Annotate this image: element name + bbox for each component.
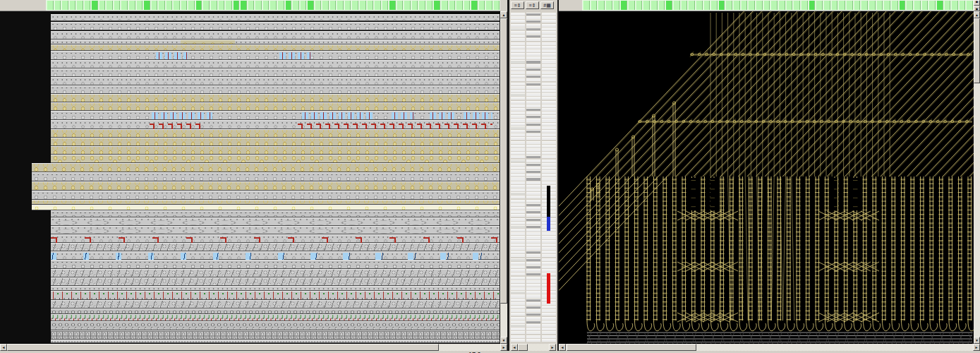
bar-list-row[interactable] xyxy=(511,335,525,338)
bar-list-row[interactable] xyxy=(511,244,525,246)
ruler-cell[interactable] xyxy=(315,1,322,10)
bar-list-row[interactable] xyxy=(542,254,556,257)
loop-simulation-canvas[interactable] xyxy=(559,11,974,344)
scroll-up-button[interactable]: ▲ xyxy=(500,11,507,18)
bar-list-row[interactable] xyxy=(542,324,556,327)
bar-list-row[interactable] xyxy=(511,20,525,23)
pattern-vscroll-thumb[interactable] xyxy=(500,18,507,304)
bar-list-row[interactable] xyxy=(511,189,525,191)
bar-list-row[interactable] xyxy=(542,214,556,217)
bar-list-row[interactable] xyxy=(511,137,525,140)
pattern-row[interactable] xyxy=(51,300,500,309)
bar-list-row[interactable] xyxy=(542,38,556,41)
bar-list-row[interactable] xyxy=(542,299,556,301)
bar-list-row[interactable] xyxy=(511,123,525,126)
bar-list-row[interactable] xyxy=(542,42,556,45)
bar-list-row[interactable] xyxy=(542,60,556,63)
bar-list-row[interactable] xyxy=(511,126,525,129)
ruler-cell[interactable] xyxy=(240,1,247,10)
ruler-cell[interactable] xyxy=(210,1,217,10)
bar-list-row[interactable] xyxy=(542,174,556,176)
bar-list-row[interactable] xyxy=(526,273,540,275)
ruler-cell[interactable] xyxy=(665,1,672,10)
bar-list-row[interactable] xyxy=(526,262,540,265)
ruler-cell[interactable] xyxy=(285,1,292,10)
ruler-cell[interactable] xyxy=(801,1,808,10)
bar-list-row[interactable] xyxy=(542,225,556,228)
bar-list-row[interactable] xyxy=(542,145,556,148)
bar-list-row[interactable] xyxy=(542,244,556,246)
ruler-cell[interactable] xyxy=(151,1,158,10)
ruler-cell[interactable] xyxy=(202,1,210,10)
bar-list-row[interactable] xyxy=(511,38,525,41)
ruler-cell[interactable] xyxy=(613,1,620,10)
bar-list-row[interactable] xyxy=(542,86,556,89)
bar-list-row[interactable] xyxy=(526,75,540,78)
bar-list-row[interactable] xyxy=(511,133,525,136)
ruler-cell[interactable] xyxy=(485,1,492,10)
bar-list-row[interactable] xyxy=(526,222,540,225)
bar-list-row[interactable] xyxy=(526,49,540,52)
ruler-cell[interactable] xyxy=(756,1,763,10)
bar-list-row[interactable] xyxy=(542,163,556,166)
bar-list-row[interactable] xyxy=(542,13,556,16)
bar-list-row[interactable] xyxy=(526,115,540,118)
bar-list-row[interactable] xyxy=(511,196,525,198)
bar-list-row[interactable] xyxy=(511,331,525,334)
bar-list-row[interactable] xyxy=(511,101,525,104)
bar-list-row[interactable] xyxy=(542,133,556,136)
bar-list-row[interactable] xyxy=(526,13,540,16)
bar-list-row[interactable] xyxy=(511,287,525,290)
bar-list-row[interactable] xyxy=(526,35,540,37)
bar-list-row[interactable] xyxy=(542,20,556,23)
bar-list-row[interactable] xyxy=(542,170,556,173)
bar-list-row[interactable] xyxy=(526,251,540,253)
ruler-cell[interactable] xyxy=(195,1,202,10)
ruler-cell[interactable] xyxy=(329,1,337,10)
ruler-cell[interactable] xyxy=(389,1,396,10)
bar-list-row[interactable] xyxy=(526,28,540,30)
bar-list-row[interactable] xyxy=(526,141,540,144)
bar-list-row[interactable] xyxy=(542,222,556,225)
bar-list-row[interactable] xyxy=(526,83,540,85)
bar-list-row[interactable] xyxy=(526,160,540,162)
ruler-cell[interactable] xyxy=(899,1,906,10)
split-pane-bottom-button[interactable]: ▄ xyxy=(974,6,980,11)
bar-list-row[interactable] xyxy=(542,306,556,309)
bar-list-row[interactable] xyxy=(526,328,540,330)
bar-list-row[interactable] xyxy=(511,236,525,239)
bar-list-row[interactable] xyxy=(511,277,525,280)
bar-list-row[interactable] xyxy=(526,108,540,111)
ruler-cell[interactable] xyxy=(404,1,411,10)
scroll-up-button[interactable]: ▲ xyxy=(974,11,980,18)
ruler-cell[interactable] xyxy=(673,1,680,10)
bar-list-row[interactable] xyxy=(526,130,540,133)
bar-list-row[interactable] xyxy=(526,174,540,176)
simulation-vscroll-thumb[interactable] xyxy=(974,18,980,83)
bar-list-row[interactable] xyxy=(511,192,525,195)
pattern-row[interactable] xyxy=(51,251,500,260)
ruler-cell[interactable] xyxy=(928,1,936,10)
bar-list-row[interactable] xyxy=(542,71,556,74)
ruler-cell[interactable] xyxy=(181,1,188,10)
ruler-cell[interactable] xyxy=(397,1,404,10)
ruler-cell[interactable] xyxy=(322,1,329,10)
bar-list-row[interactable] xyxy=(511,71,525,74)
bar-list-row[interactable] xyxy=(526,203,540,206)
scroll-right-button[interactable]: ► xyxy=(500,344,507,351)
bar-list-row[interactable] xyxy=(511,93,525,96)
ruler-cell[interactable] xyxy=(793,1,800,10)
bar-list-row[interactable] xyxy=(511,258,525,261)
bar-list-row[interactable] xyxy=(511,28,525,30)
pattern-grid-canvas[interactable] xyxy=(0,11,500,344)
bar-list-row[interactable] xyxy=(542,53,556,56)
bar-list-row[interactable] xyxy=(511,148,525,151)
bar-list-row[interactable] xyxy=(511,200,525,203)
bar-list-row[interactable] xyxy=(542,192,556,195)
bar-list-row[interactable] xyxy=(511,167,525,169)
bar-list-row[interactable] xyxy=(526,218,540,221)
bar-list-row[interactable] xyxy=(511,97,525,100)
bar-list-row[interactable] xyxy=(526,210,540,213)
bar-list-row[interactable] xyxy=(542,335,556,338)
bar-list-row[interactable] xyxy=(542,24,556,27)
